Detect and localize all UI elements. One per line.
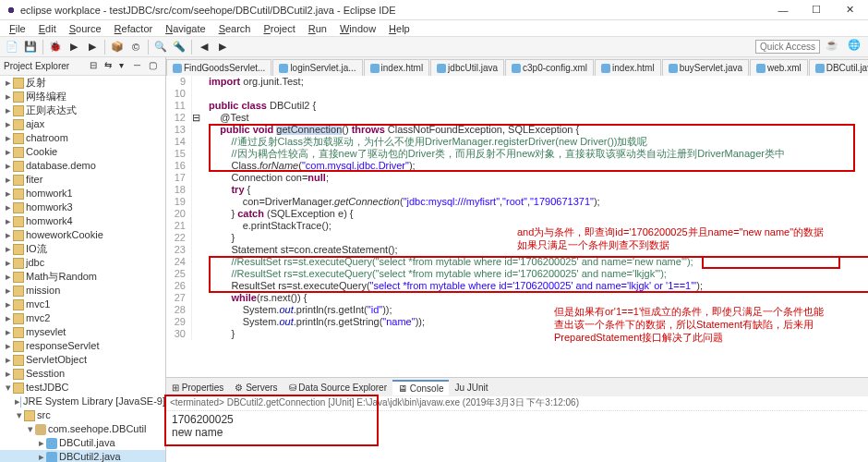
menu-navigate[interactable]: Navigate	[160, 22, 211, 35]
tree-item[interactable]: ▸homwork4	[0, 214, 165, 228]
console-line-2: new name	[172, 426, 868, 439]
editor-tab[interactable]: loginServlet.ja...	[272, 59, 362, 76]
menu-source[interactable]: Source	[64, 22, 107, 35]
annotation-text-2: 但是如果有or'1==1'恒成立的条件，即使只满足一个条件也能 查出该一个条件下…	[554, 305, 824, 344]
search-icon[interactable]: 🔦	[171, 39, 187, 55]
editor-tab[interactable]: index.html	[595, 59, 661, 76]
tree-item[interactable]: ▸fiter	[0, 173, 165, 187]
quick-access-input[interactable]: Quick Access	[755, 40, 820, 54]
tree-item[interactable]: ▸正则表达式	[0, 103, 165, 117]
tree-item[interactable]: ▸homwork1	[0, 187, 165, 201]
project-tree[interactable]: ▸反射▸网络编程▸正则表达式▸ajax▸chatroom▸Cookie▸data…	[0, 76, 165, 462]
editor-tabs: FindGoodsServlet...loginServlet.ja...ind…	[166, 57, 868, 76]
tree-item[interactable]: ▾com.seehope.DBCutil	[0, 422, 165, 436]
forward-icon[interactable]: ▶	[214, 39, 231, 55]
tree-item[interactable]: ▸Sesstion	[0, 367, 165, 381]
new-package-icon[interactable]: 📦	[109, 39, 126, 55]
tree-item[interactable]: ▸database.demo	[0, 159, 165, 173]
project-explorer-title: Project Explorer	[4, 61, 88, 71]
maximize-view-icon[interactable]: ▢	[149, 60, 162, 73]
perspective-jee-icon[interactable]: 🌐	[848, 39, 864, 55]
back-icon[interactable]: ◀	[196, 39, 212, 55]
tree-item[interactable]: ▸JRE System Library [JavaSE-9]	[0, 395, 165, 408]
save-icon[interactable]: 💾	[22, 39, 39, 55]
bottom-tab-servers[interactable]: ⚙ Servers	[229, 381, 283, 395]
perspective-java-icon[interactable]: ☕	[826, 39, 842, 55]
run-icon[interactable]: ▶	[66, 39, 82, 55]
editor-tab[interactable]: jdbcUtil.java	[430, 59, 504, 76]
bottom-tab-console[interactable]: 🖥 Console	[392, 380, 449, 395]
bottom-tab-data-source-explorer[interactable]: ⛁ Data Source Explorer	[283, 381, 392, 395]
link-editor-icon[interactable]: ⇆	[104, 60, 117, 73]
tree-item[interactable]: ▸ajax	[0, 117, 165, 131]
tree-item[interactable]: ▸反射	[0, 76, 165, 90]
tree-item[interactable]: ▸jdbc	[0, 256, 165, 270]
tree-item[interactable]: ▸responseServlet	[0, 339, 165, 353]
console-terminated-line: <terminated> DBCutil2.getConnection [JUn…	[166, 396, 868, 411]
editor-tab[interactable]: FindGoodsServlet...	[166, 59, 271, 76]
menu-project[interactable]: Project	[259, 22, 301, 35]
bottom-tab-junit[interactable]: Ju JUnit	[449, 381, 493, 395]
tree-item[interactable]: ▸DBCutil2.java	[0, 450, 165, 462]
editor-tab[interactable]: web.xml	[750, 59, 808, 76]
tree-item[interactable]: ▸IO流	[0, 242, 165, 256]
new-class-icon[interactable]: ©	[127, 39, 144, 55]
tree-item[interactable]: ▸mvc2	[0, 311, 165, 325]
editor-tab[interactable]: DBCutil.java	[809, 59, 868, 76]
tree-item[interactable]: ▸mysevlet	[0, 325, 165, 339]
editor-tab[interactable]: index.html	[364, 59, 430, 76]
tree-item[interactable]: ▸ServletObject	[0, 353, 165, 367]
minimize-view-icon[interactable]: ─	[134, 60, 147, 73]
bottom-tabs: ⊞ Properties⚙ Servers⛁ Data Source Explo…	[166, 378, 868, 396]
tree-item[interactable]: ▸网络编程	[0, 90, 165, 103]
menu-search[interactable]: Search	[213, 22, 257, 35]
close-button[interactable]: ✕	[837, 2, 862, 18]
open-type-icon[interactable]: 🔍	[152, 39, 169, 55]
menu-file[interactable]: File	[4, 22, 31, 35]
tree-item[interactable]: ▾src	[0, 408, 165, 422]
annotation-text-1: and为与条件，即查询id='1706200025并且name="new nam…	[517, 225, 824, 251]
eclipse-icon	[6, 5, 17, 16]
maximize-button[interactable]: ☐	[803, 2, 829, 18]
menubar: FileEditSourceRefactorNavigateSearchProj…	[0, 20, 868, 37]
menu-help[interactable]: Help	[383, 22, 416, 35]
tree-item[interactable]: ▸mvc1	[0, 298, 165, 311]
tree-item[interactable]: ▸chatroom	[0, 131, 165, 145]
tree-item[interactable]: ▸howeworkCookie	[0, 228, 165, 242]
main-toolbar: 📄 💾 🐞 ▶ ▶ 📦 © 🔍 🔦 ◀ ▶ Quick Access ☕ 🌐	[0, 37, 868, 57]
menu-window[interactable]: Window	[334, 22, 381, 35]
minimize-button[interactable]: —	[770, 2, 796, 18]
menu-run[interactable]: Run	[303, 22, 332, 35]
console-output[interactable]: 1706200025 new name	[166, 411, 868, 462]
tree-item[interactable]: ▸DBCutil.java	[0, 436, 165, 450]
tree-item[interactable]: ▸homwork3	[0, 201, 165, 214]
console-line-1: 1706200025	[172, 413, 868, 426]
tree-item[interactable]: ▾testJDBC	[0, 381, 165, 395]
code-editor[interactable]: 9import org.junit.Test;1011public class …	[166, 76, 868, 377]
editor-tab[interactable]: c3p0-config.xml	[505, 59, 594, 76]
view-menu-icon[interactable]: ▾	[119, 60, 132, 73]
editor-tab[interactable]: buyServlet.java	[662, 59, 749, 76]
new-icon[interactable]: 📄	[4, 39, 20, 55]
menu-edit[interactable]: Edit	[33, 22, 62, 35]
menu-refactor[interactable]: Refactor	[109, 22, 159, 35]
bottom-tab-properties[interactable]: ⊞ Properties	[166, 381, 229, 395]
debug-icon[interactable]: 🐞	[47, 39, 64, 55]
window-title: eclipse workplace - testJDBC/src/com/see…	[20, 5, 770, 16]
run-last-icon[interactable]: ▶	[84, 39, 101, 55]
tree-item[interactable]: ▸Math与Random	[0, 270, 165, 284]
tree-item[interactable]: ▸Cookie	[0, 145, 165, 159]
collapse-all-icon[interactable]: ⊟	[90, 60, 102, 73]
tree-item[interactable]: ▸mission	[0, 284, 165, 298]
